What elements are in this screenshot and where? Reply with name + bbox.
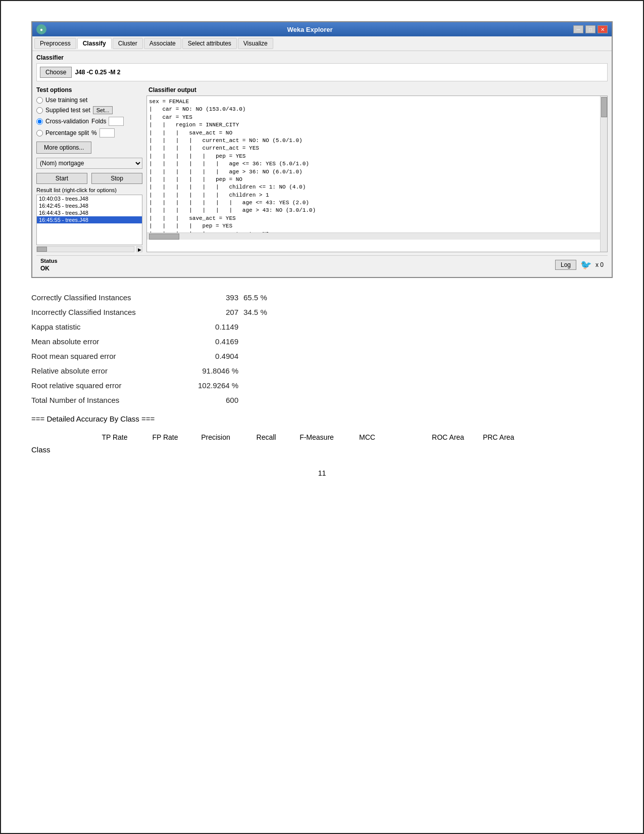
status-right: Log 🐦 x 0: [555, 259, 604, 270]
use-training-set-row: Use training set: [36, 97, 142, 104]
test-options-title: Test options: [36, 86, 142, 94]
stat-value: 0.4904: [198, 352, 238, 360]
stat-label: Incorrectly Classified Instances: [31, 308, 193, 316]
output-wrapper: sex = FEMALE | car = NO: NO (153.0/43.0)…: [146, 96, 608, 252]
class-label: Class: [31, 445, 51, 454]
tab-classify[interactable]: Classify: [77, 38, 112, 49]
header-roc-area: ROC Area: [430, 433, 466, 441]
bottom-scrollbar[interactable]: [147, 233, 607, 240]
use-training-set-label: Use training set: [45, 97, 87, 104]
stat-pct: 34.5 %: [243, 308, 269, 316]
weka-status-bar: Status OK Log 🐦 x 0: [36, 255, 608, 274]
status-label: Status: [40, 258, 58, 264]
stat-label: Relative absolute error: [31, 366, 193, 375]
stat-value: 102.9264 %: [198, 381, 238, 390]
cross-validation-row: Cross-validation Folds 10: [36, 117, 142, 126]
classifier-output-panel: Classifier output sex = FEMALE | car = N…: [146, 86, 608, 252]
folds-label: Folds: [91, 118, 106, 125]
stat-row: Correctly Classified Instances 393 65.5 …: [31, 293, 613, 302]
use-training-set-radio[interactable]: [36, 97, 43, 104]
result-item[interactable]: 16:42:45 - trees.J48: [37, 202, 142, 209]
classifier-row: Choose J48 -C 0.25 -M 2: [36, 63, 608, 81]
tab-cluster[interactable]: Cluster: [113, 38, 143, 49]
close-button[interactable]: ✕: [598, 25, 608, 33]
result-list[interactable]: 10:40:03 - trees.J48 16:42:45 - trees.J4…: [36, 195, 142, 245]
stat-value: 207: [198, 308, 238, 316]
log-button[interactable]: Log: [555, 260, 576, 270]
maximize-button[interactable]: □: [585, 25, 596, 33]
classifier-output-title: Classifier output: [148, 86, 608, 94]
accuracy-header: TP Rate FP Rate Precision Recall F-Measu…: [97, 433, 613, 441]
minimize-button[interactable]: ─: [573, 25, 583, 33]
tab-associate[interactable]: Associate: [144, 38, 181, 49]
classifier-name: J48 -C 0.25 -M 2: [75, 69, 120, 76]
start-button[interactable]: Start: [36, 173, 87, 184]
stat-row: Mean absolute error 0.4169: [31, 337, 613, 346]
supplied-test-set-row: Supplied test set Set...: [36, 106, 142, 114]
choose-button[interactable]: Choose: [40, 67, 72, 78]
stat-label: Correctly Classified Instances: [31, 293, 193, 302]
tab-select-attributes[interactable]: Select attributes: [182, 38, 237, 49]
pct-input[interactable]: 66: [100, 128, 115, 137]
pct-sign: %: [91, 129, 97, 136]
header-mcc: MCC: [350, 433, 385, 441]
start-stop-row: Start Stop: [36, 173, 142, 184]
percentage-split-label: Percentage split: [45, 129, 89, 136]
cross-validation-radio[interactable]: [36, 118, 43, 125]
stat-value: 0.1149: [198, 322, 238, 331]
scrollbar-thumb[interactable]: [601, 97, 607, 117]
header-fmeasure: F-Measure: [299, 433, 334, 441]
result-item[interactable]: 16:44:43 - trees.J48: [37, 209, 142, 216]
stat-label: Total Number of Instances: [31, 396, 193, 404]
tab-visualize[interactable]: Visualize: [238, 38, 273, 49]
weka-body: Classifier Choose J48 -C 0.25 -M 2 Test …: [32, 51, 612, 277]
folds-input[interactable]: 10: [109, 117, 124, 126]
stat-value: 0.4169: [198, 337, 238, 346]
stat-value: 91.8046 %: [198, 366, 238, 375]
more-options-button[interactable]: More options...: [36, 142, 91, 154]
classifier-section-label: Classifier: [36, 54, 608, 61]
weka-title: Weka Explorer: [46, 26, 573, 33]
weka-icon: ●: [36, 24, 46, 34]
percentage-split-radio[interactable]: [36, 130, 43, 136]
nom-select[interactable]: (Nom) mortgage: [36, 158, 142, 169]
header-precision: Precision: [198, 433, 233, 441]
stat-row: Kappa statistic 0.1149: [31, 322, 613, 331]
page-number: 11: [31, 469, 613, 477]
class-label-row: Class: [31, 445, 613, 454]
output-text: sex = FEMALE | car = NO: NO (153.0/43.0)…: [147, 96, 607, 233]
weka-window: ● Weka Explorer ─ □ ✕ Preprocess Classif…: [31, 21, 613, 278]
scroll-right-arrow[interactable]: ▶: [136, 246, 142, 252]
stat-label: Kappa statistic: [31, 322, 193, 331]
page: ● Weka Explorer ─ □ ✕ Preprocess Classif…: [0, 0, 644, 834]
output-scrollbar[interactable]: [600, 96, 607, 252]
status-section: Status OK: [40, 258, 58, 272]
header-fp-rate: FP Rate: [147, 433, 183, 441]
stat-row: Total Number of Instances 600: [31, 396, 613, 404]
stat-row: Root relative squared error 102.9264 %: [31, 381, 613, 390]
percentage-split-row: Percentage split % 66: [36, 128, 142, 137]
x0-label: x 0: [596, 261, 604, 268]
set-button[interactable]: Set...: [93, 106, 113, 114]
stop-button[interactable]: Stop: [91, 173, 142, 184]
detailed-accuracy-section: === Detailed Accuracy By Class === TP Ra…: [31, 414, 613, 454]
test-options-panel: Test options Use training set Supplied t…: [36, 86, 142, 252]
stat-label: Mean absolute error: [31, 337, 193, 346]
stat-label: Root mean squared error: [31, 352, 193, 360]
weka-menubar: Preprocess Classify Cluster Associate Se…: [32, 36, 612, 51]
tab-preprocess[interactable]: Preprocess: [34, 38, 76, 49]
result-item[interactable]: 10:40:03 - trees.J48: [37, 195, 142, 202]
weka-main: Test options Use training set Supplied t…: [36, 86, 608, 252]
cross-validation-label: Cross-validation: [45, 118, 89, 125]
supplied-test-set-radio[interactable]: [36, 107, 43, 114]
stat-label: Root relative squared error: [31, 381, 193, 390]
result-item-selected[interactable]: 16:45:55 - trees.J48: [37, 216, 142, 223]
detailed-accuracy-title: === Detailed Accuracy By Class ===: [31, 414, 613, 423]
bird-icon: 🐦: [580, 259, 591, 270]
bottom-scrollbar-thumb[interactable]: [149, 234, 179, 240]
stat-value: 600: [198, 396, 238, 404]
stat-pct: 65.5 %: [243, 293, 269, 302]
supplied-test-set-label: Supplied test set: [45, 107, 90, 114]
statistics-section: Correctly Classified Instances 393 65.5 …: [31, 293, 613, 404]
header-tp-rate: TP Rate: [97, 433, 132, 441]
